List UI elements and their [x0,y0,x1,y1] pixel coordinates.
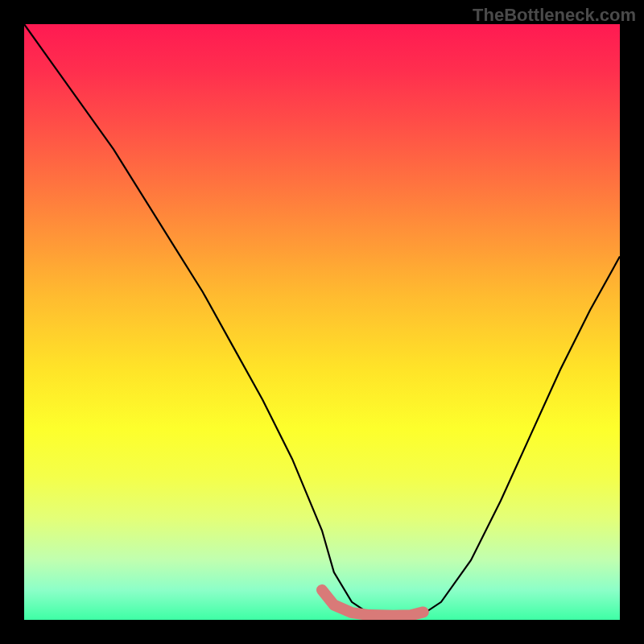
bottleneck-curve-path [24,24,620,617]
curve-svg [24,24,620,620]
watermark-text: TheBottleneck.com [473,5,636,26]
plot-area [24,24,620,620]
optimal-highlight-path [322,590,423,616]
